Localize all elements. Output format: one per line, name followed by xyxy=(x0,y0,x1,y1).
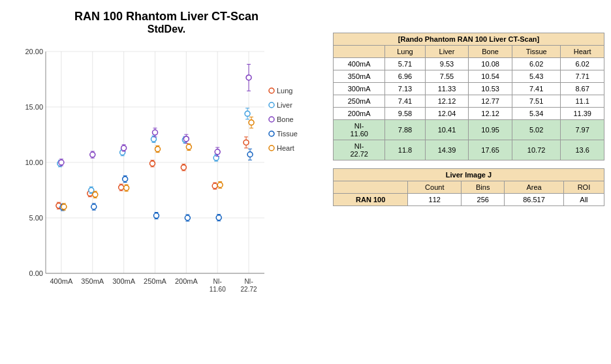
svg-point-164 xyxy=(217,183,223,188)
main-table-cell-6-1: 14.39 xyxy=(425,140,469,160)
svg-point-40 xyxy=(119,185,124,190)
main-table-cell-3-3: 7.51 xyxy=(512,95,560,108)
svg-text:5.00: 5.00 xyxy=(29,214,43,222)
svg-point-144 xyxy=(61,204,67,209)
svg-point-140 xyxy=(247,152,253,157)
main-table-cell-6-0: 11.8 xyxy=(385,140,425,160)
chart-area: 0.005.0010.0015.0020.00400mA350mA300mA25… xyxy=(16,38,317,312)
chart-title: RAN 100 Rhantom Liver CT-Scan xyxy=(74,10,258,23)
svg-point-72 xyxy=(151,136,157,142)
main-table-cell-5-2: 10.95 xyxy=(469,120,512,140)
main-table-cell-5-1: 10.41 xyxy=(425,120,469,140)
main-table-cell-3-4: 11.1 xyxy=(561,95,604,108)
svg-text:250mA: 250mA xyxy=(144,277,167,285)
main-data-table: [Rando Phantom RAN 100 Liver CT-Scan]Lun… xyxy=(333,33,604,160)
main-table-row-label-4: 200mA xyxy=(334,108,385,120)
info-table-cell-0-2: 86.517 xyxy=(505,194,564,206)
svg-text:200mA: 200mA xyxy=(175,277,198,285)
svg-text:Liver: Liver xyxy=(277,101,292,109)
svg-text:400mA: 400mA xyxy=(50,277,73,285)
svg-point-173 xyxy=(269,117,274,122)
svg-text:Tissue: Tissue xyxy=(277,130,298,138)
main-table-cell-3-1: 12.12 xyxy=(425,95,469,108)
svg-point-104 xyxy=(183,136,189,142)
svg-point-112 xyxy=(246,75,251,80)
main-table-row-label-6: NI-22.72 xyxy=(334,140,385,160)
left-panel: RAN 100 Rhantom Liver CT-Scan StdDev. 0.… xyxy=(7,7,326,357)
main-table-cell-0-0: 5.71 xyxy=(385,58,425,70)
main-table-cell-4-2: 12.12 xyxy=(469,108,512,120)
svg-point-100 xyxy=(153,130,158,135)
main-table-cell-0-3: 6.02 xyxy=(512,58,560,70)
main-table-row-label-0: 400mA xyxy=(334,58,385,70)
svg-point-48 xyxy=(181,165,186,170)
svg-point-44 xyxy=(150,161,155,166)
main-table-cell-4-3: 5.34 xyxy=(512,108,560,120)
main-table-header-3: Bone xyxy=(469,46,512,58)
main-table-cell-5-4: 7.97 xyxy=(561,120,604,140)
svg-text:Lung: Lung xyxy=(277,87,292,95)
main-table-row-label-2: 300mA xyxy=(334,83,385,95)
main-table-cell-1-2: 10.54 xyxy=(469,70,512,83)
svg-text:Bone: Bone xyxy=(277,115,294,123)
svg-point-120 xyxy=(91,204,97,209)
svg-point-84 xyxy=(245,111,250,116)
info-table-cell-0-3: All xyxy=(563,194,604,206)
svg-point-148 xyxy=(93,192,98,197)
main-table-cell-1-0: 6.96 xyxy=(385,70,425,83)
svg-point-88 xyxy=(59,160,64,165)
svg-text:10.00: 10.00 xyxy=(25,159,43,166)
main-table-cell-2-1: 11.33 xyxy=(425,83,469,95)
svg-text:NI-: NI- xyxy=(213,278,222,285)
main-table-cell-5-3: 5.02 xyxy=(512,120,560,140)
main-table-cell-1-3: 5.43 xyxy=(512,70,560,83)
main-table-header-4: Tissue xyxy=(512,46,560,58)
chart: 0.005.0010.0015.0020.00400mA350mA300mA25… xyxy=(16,38,317,312)
svg-text:300mA: 300mA xyxy=(112,277,136,285)
main-table-cell-2-4: 8.67 xyxy=(561,83,604,95)
svg-point-175 xyxy=(269,131,274,136)
svg-point-56 xyxy=(243,140,249,145)
svg-text:15.00: 15.00 xyxy=(25,103,43,111)
info-table-cell-0-1: 256 xyxy=(462,194,505,206)
main-table-cell-2-3: 7.41 xyxy=(512,83,560,95)
info-table-header-1: Count xyxy=(408,181,462,194)
svg-point-168 xyxy=(249,120,254,125)
svg-point-156 xyxy=(155,147,161,152)
right-panel: [Rando Phantom RAN 100 Liver CT-Scan]Lun… xyxy=(326,7,604,357)
svg-text:0.00: 0.00 xyxy=(29,269,43,277)
info-table-row-label-0: RAN 100 xyxy=(334,194,408,206)
info-table-header-3: Area xyxy=(505,181,564,194)
svg-text:350mA: 350mA xyxy=(81,277,104,285)
main-table-cell-3-0: 7.41 xyxy=(385,95,425,108)
svg-point-132 xyxy=(185,215,190,220)
chart-subtitle: StdDev. xyxy=(148,23,185,35)
svg-point-96 xyxy=(121,145,127,151)
main-table-cell-6-2: 17.65 xyxy=(469,140,512,160)
main-table-cell-1-1: 7.55 xyxy=(425,70,469,83)
info-table: Liver Image JCountBinsAreaROIRAN 1001122… xyxy=(333,168,604,206)
svg-text:11.60: 11.60 xyxy=(210,286,226,293)
svg-point-152 xyxy=(124,185,129,190)
main-table-cell-4-4: 11.39 xyxy=(561,108,604,120)
svg-point-171 xyxy=(269,102,274,108)
svg-point-128 xyxy=(154,213,159,219)
svg-point-108 xyxy=(215,149,220,155)
info-table-cell-0-0: 112 xyxy=(408,194,462,206)
svg-point-169 xyxy=(269,88,274,93)
main-table-header-5: Heart xyxy=(561,46,604,58)
main-table-cell-4-0: 9.58 xyxy=(385,108,425,120)
svg-point-52 xyxy=(212,183,217,189)
main-table-row-label-5: NI-11.60 xyxy=(334,120,385,140)
main-table-cell-0-4: 6.02 xyxy=(561,58,604,70)
svg-point-124 xyxy=(123,177,128,182)
main-table-header-1: Lung xyxy=(385,46,425,58)
page: RAN 100 Rhantom Liver CT-Scan StdDev. 0.… xyxy=(0,0,611,364)
info-table-header-2: Bins xyxy=(462,181,505,194)
main-table-cell-0-1: 9.53 xyxy=(425,58,469,70)
main-table-title: [Rando Phantom RAN 100 Liver CT-Scan] xyxy=(334,33,604,46)
main-table-cell-3-2: 12.77 xyxy=(469,95,512,108)
info-table-header-0 xyxy=(334,181,408,194)
main-table-cell-2-0: 7.13 xyxy=(385,83,425,95)
svg-point-92 xyxy=(90,152,95,157)
